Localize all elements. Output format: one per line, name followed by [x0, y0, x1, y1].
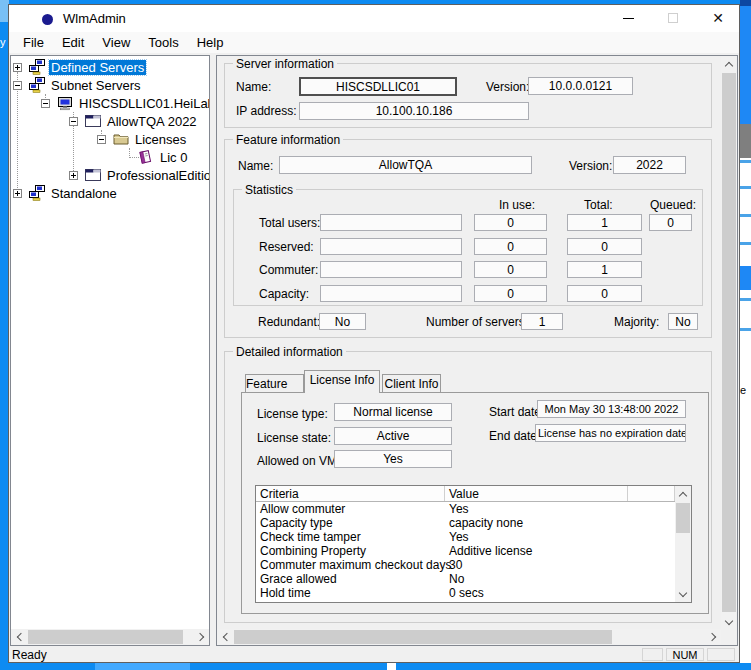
status-pane-num: NUM [666, 648, 704, 661]
end-date-field: License has no expiration date. [535, 424, 686, 442]
desktop-icon-label: y [0, 36, 8, 48]
tab-client-info[interactable]: Client Info [382, 374, 441, 392]
scroll-right-icon[interactable] [193, 629, 209, 645]
criteria-row[interactable]: Capacity typecapacity none [256, 516, 691, 530]
criteria-row[interactable]: Hold time0 secs [256, 586, 691, 600]
scrollbar-thumb[interactable] [234, 630, 612, 644]
end-date-label: End date: [489, 429, 540, 443]
status-ready: Ready [12, 648, 47, 662]
criteria-table-header: Criteria Value [256, 486, 691, 502]
close-button[interactable]: ✕ [701, 5, 735, 31]
background-window-fragment [740, 298, 751, 301]
server-tree-panel: Defined Servers Subnet Servers HISCSDLLI… [10, 55, 210, 646]
expand-icon[interactable] [13, 63, 22, 72]
background-window-fragment [740, 266, 751, 290]
collapse-icon[interactable] [69, 117, 78, 126]
menu-file[interactable]: File [14, 35, 53, 50]
statistics-group: Statistics In use: Total: Queued: Total … [233, 189, 703, 306]
reserved-label: Reserved: [259, 240, 314, 254]
scroll-down-icon[interactable] [675, 586, 691, 602]
tree-item-label: Subnet Servers [49, 78, 143, 93]
total-users-label: Total users: [259, 216, 320, 230]
background-window-fragment [740, 6, 751, 124]
criteria-row[interactable]: Grace allowedNo [256, 572, 691, 586]
criteria-row[interactable]: Allow commuterYes [256, 502, 691, 516]
scrollbar-thumb[interactable] [722, 73, 736, 612]
criteria-row[interactable]: Commuter maximum checkout days30 [256, 558, 691, 572]
group-label: Server information [233, 57, 337, 71]
menu-view[interactable]: View [93, 35, 139, 50]
criteria-row[interactable]: Combining PropertyAdditive license [256, 544, 691, 558]
group-label: Feature information [233, 133, 343, 147]
panel-vertical-scrollbar[interactable] [721, 56, 737, 630]
app-icon [42, 14, 53, 25]
scroll-right-icon[interactable] [705, 629, 721, 645]
tree-item-feature-professionaledition[interactable]: ProfessionalEdition 202 [11, 167, 210, 184]
total-header: Total: [584, 198, 613, 212]
scroll-up-icon[interactable] [675, 486, 691, 502]
version-label: Version: [486, 80, 529, 94]
collapse-icon[interactable] [13, 81, 22, 90]
allowed-on-vm-field: Yes [334, 450, 452, 468]
desktop: y e WlmAdmin ✕ File Edit View Tools Help [0, 0, 751, 670]
server-information-group: Server information Name: HISCSDLLIC01 Ve… [224, 63, 712, 128]
app-window-icon [85, 167, 101, 183]
expand-icon[interactable] [69, 171, 78, 180]
license-type-field: Normal license [334, 403, 452, 421]
menu-help[interactable]: Help [188, 35, 233, 50]
commuter-in-use-field: 0 [474, 261, 547, 278]
tree-item-lic-0[interactable]: Lic 0 [11, 149, 210, 166]
menu-tools[interactable]: Tools [139, 35, 187, 50]
commuter-label: Commuter: [259, 263, 318, 277]
license-state-label: License state: [257, 431, 331, 445]
minimize-button[interactable] [611, 5, 645, 31]
criteria-row[interactable]: Check time tamperYes [256, 530, 691, 544]
redundant-label: Redundant: [258, 315, 320, 329]
scroll-left-icon[interactable] [11, 629, 27, 645]
group-label: Statistics [242, 183, 296, 197]
tree-item-defined-servers[interactable]: Defined Servers [11, 59, 209, 76]
scrollbar-thumb[interactable] [28, 630, 183, 644]
title-bar[interactable]: WlmAdmin ✕ [9, 5, 739, 32]
background-window-fragment [740, 158, 751, 370]
scroll-left-icon[interactable] [217, 629, 233, 645]
menu-edit[interactable]: Edit [53, 35, 93, 50]
servers-icon [29, 59, 45, 75]
tab-feature-info[interactable]: Feature Info [245, 374, 304, 392]
tab-license-info[interactable]: License Info [304, 370, 380, 393]
value-column-header[interactable]: Value [445, 486, 628, 501]
reserved-field [320, 238, 462, 255]
menu-bar: File Edit View Tools Help [9, 32, 739, 53]
maximize-button[interactable] [656, 5, 690, 31]
tree-item-subnet-servers[interactable]: Subnet Servers [11, 77, 209, 94]
criteria-row[interactable]: Holding criteriaNone [256, 600, 691, 603]
scrollbar-thumb[interactable] [676, 503, 690, 533]
tree-item-server[interactable]: HISCSDLLIC01.HeiLab.loc [11, 95, 210, 112]
scroll-down-icon[interactable] [721, 614, 737, 630]
number-of-servers-label: Number of servers: [426, 315, 528, 329]
criteria-vertical-scrollbar[interactable] [675, 486, 691, 602]
criteria-header-extra[interactable] [628, 486, 675, 501]
collapse-icon[interactable] [41, 99, 50, 108]
tree-item-feature-allowtqa[interactable]: AllowTQA 2022 [11, 113, 210, 130]
feature-version-label: Version: [569, 159, 612, 173]
collapse-icon[interactable] [97, 135, 106, 144]
total-users-field [320, 214, 462, 231]
tree-item-licenses[interactable]: Licenses [11, 131, 210, 148]
panel-horizontal-scrollbar[interactable] [217, 629, 721, 645]
tree-item-standalone[interactable]: Standalone [11, 185, 209, 202]
feature-name-label: Name: [238, 159, 273, 173]
capacity-field [320, 285, 462, 302]
tree-horizontal-scrollbar[interactable] [11, 629, 209, 645]
background-window-fragment [740, 366, 751, 670]
license-type-label: License type: [257, 407, 328, 421]
expand-icon[interactable] [13, 189, 22, 198]
criteria-table: Criteria Value Allow commuterYes Capacit… [255, 485, 692, 603]
taskbar-fragment [387, 663, 396, 670]
criteria-column-header[interactable]: Criteria [256, 486, 445, 501]
computer-icon [57, 95, 73, 111]
scroll-up-icon[interactable] [721, 56, 737, 72]
taskbar-fragment [95, 663, 190, 670]
background-window-fragment: e [740, 384, 751, 396]
tree-item-label: HISCSDLLIC01.HeiLab.loc [77, 96, 210, 111]
